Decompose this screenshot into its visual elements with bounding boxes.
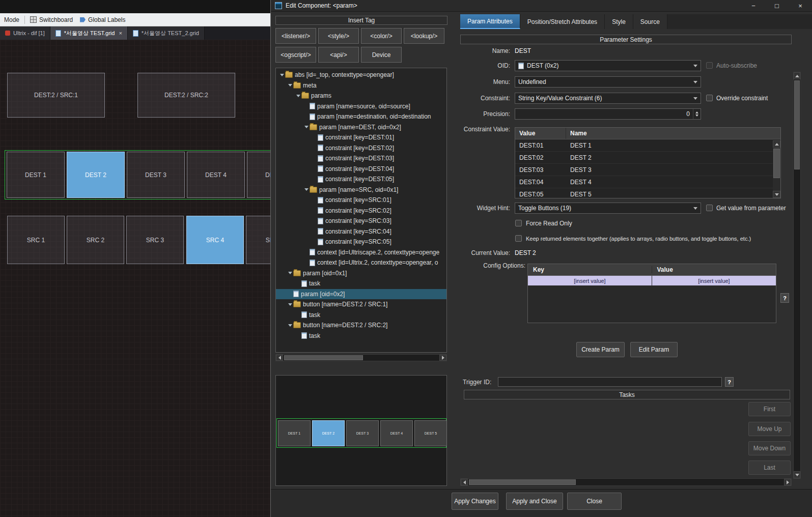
dialog-titlebar[interactable]: Edit Component: <param> − □ ×	[271, 0, 812, 12]
scroll-up-icon[interactable]	[794, 72, 800, 79]
tree-item[interactable]: constraint [key=SRC:02]	[276, 206, 446, 216]
grid-button-src[interactable]: SRC 2	[67, 216, 124, 264]
tree-hscrollbar[interactable]	[275, 354, 447, 361]
tree-item[interactable]: context [id=Ultrix.2, contexttype=openge…	[276, 257, 446, 268]
edit-param-button[interactable]: Edit Param	[630, 342, 678, 357]
override-constraint-checkbox[interactable]	[706, 95, 713, 101]
close-window-button[interactable]: ×	[789, 0, 812, 11]
maximize-button[interactable]: □	[765, 0, 789, 11]
tree-item[interactable]: task	[276, 278, 446, 289]
precision-stepper[interactable]: 0	[515, 108, 701, 120]
tree-item[interactable]: constraint [key=DEST:04]	[276, 164, 446, 175]
force-read-only-checkbox[interactable]	[515, 220, 522, 226]
tree-item[interactable]: param [oid=0x1]	[276, 268, 446, 279]
grid-button-src[interactable]: SRC 1	[7, 216, 65, 264]
scroll-down-icon[interactable]	[794, 471, 800, 478]
param-vscrollbar[interactable]	[793, 72, 801, 479]
tag-ogscript-button[interactable]: <ogscript/>	[275, 47, 316, 63]
global-labels-button[interactable]: Global Labels	[88, 16, 125, 23]
move-up-button[interactable]: Move Up	[748, 422, 791, 436]
menu-dropdown[interactable]: Undefined	[515, 76, 701, 88]
grid-button-macro[interactable]: DEST:2 / SRC:2	[137, 73, 235, 118]
tab-seoul-test2-grid[interactable]: *서울영상 TEST_2.grid	[128, 26, 205, 40]
tree-item[interactable]: constraint [key=DEST:03]	[276, 153, 446, 164]
expander-icon[interactable]	[287, 84, 293, 87]
tree-item[interactable]: constraint [key=DEST:02]	[276, 143, 446, 154]
param-hscrollbar[interactable]	[460, 478, 792, 486]
scroll-thumb[interactable]	[469, 479, 576, 485]
grid-button-dest[interactable]: DEST 3	[127, 152, 185, 198]
apply-and-close-button[interactable]: Apply and Close	[506, 493, 563, 510]
scroll-thumb[interactable]	[284, 355, 363, 360]
tree-item-selected[interactable]: param [oid=0x2]	[276, 289, 446, 300]
tag-listener-button[interactable]: <listener/>	[275, 28, 316, 44]
grid-button-dest[interactable]: DEST 5	[247, 152, 270, 198]
scroll-thumb[interactable]	[794, 80, 800, 169]
table-row[interactable]: DEST:02DEST 2	[515, 152, 780, 164]
scroll-right-icon[interactable]	[439, 355, 446, 361]
expander-icon[interactable]	[287, 303, 293, 306]
expander-icon[interactable]	[303, 188, 310, 191]
keep-together-checkbox[interactable]	[515, 235, 522, 242]
preview-button-selected[interactable]: DEST 2	[312, 420, 345, 446]
get-value-checkbox[interactable]	[706, 205, 713, 211]
table-row[interactable]: DEST:03DEST 3	[515, 164, 780, 176]
grid-button-src-selected[interactable]: SRC 4	[186, 216, 244, 264]
tree-item[interactable]: constraint [key=DEST:01]	[276, 132, 446, 143]
tree-item[interactable]: task	[276, 310, 446, 321]
close-button[interactable]: Close	[567, 493, 622, 510]
tree-item[interactable]: constraint [key=SRC:05]	[276, 237, 446, 247]
tree-item[interactable]: param [name=SRC, oid=0x1]	[276, 185, 446, 195]
table-vscrollbar[interactable]	[773, 140, 780, 198]
scroll-left-icon[interactable]	[461, 479, 468, 485]
tab-position-stretch[interactable]: Position/Stretch Attributes	[520, 14, 605, 29]
expander-icon[interactable]	[287, 272, 293, 274]
tree-item[interactable]: param [name=destination, oid=destination	[276, 111, 446, 122]
first-button[interactable]: First	[748, 402, 791, 416]
tree-item[interactable]: button [name=DEST:2 / SRC:1]	[276, 299, 446, 310]
preview-button[interactable]: DEST 3	[346, 420, 379, 446]
close-tab-icon[interactable]: ×	[119, 30, 122, 36]
tab-param-attributes[interactable]: Param Attributes	[460, 14, 520, 29]
constraint-dropdown[interactable]: String Key/Value Constraint (6)	[515, 93, 701, 104]
scroll-left-icon[interactable]	[276, 355, 283, 361]
move-down-button[interactable]: Move Down	[748, 441, 791, 455]
expander-icon[interactable]	[287, 324, 293, 327]
config-insert-row[interactable]: [insert value] [insert value]	[528, 276, 776, 285]
config-help-button[interactable]: ?	[780, 293, 789, 303]
scroll-down-icon[interactable]	[773, 191, 780, 198]
tree-item[interactable]: params	[276, 91, 446, 101]
create-param-button[interactable]: Create Param	[576, 342, 625, 357]
last-button[interactable]: Last	[748, 461, 791, 475]
scroll-thumb[interactable]	[773, 149, 780, 178]
stepper-arrows-icon[interactable]	[693, 109, 701, 119]
table-row[interactable]: DEST:01DEST 1	[515, 139, 780, 152]
tab-ultrix-dif[interactable]: Ultrix - dif [1]	[0, 26, 50, 40]
tag-color-button[interactable]: <color/>	[361, 28, 402, 44]
tab-seoul-test-grid[interactable]: *서울영상 TEST.grid ×	[50, 26, 128, 40]
apply-changes-button[interactable]: Apply Changes	[452, 493, 498, 510]
scroll-right-icon[interactable]	[784, 479, 791, 485]
tree-item[interactable]: constraint [key=DEST:05]	[276, 174, 446, 185]
tree-item[interactable]: constraint [key=SRC:01]	[276, 195, 446, 206]
expander-icon[interactable]	[295, 95, 301, 97]
expander-icon[interactable]	[303, 126, 310, 128]
tree-item[interactable]: param [name=source, oid=source]	[276, 101, 446, 112]
tab-style[interactable]: Style	[605, 14, 633, 29]
trigger-id-input[interactable]	[498, 377, 722, 387]
grid-button-src[interactable]: SRC 3	[126, 216, 184, 264]
grid-button-dest-selected[interactable]: DEST 2	[67, 152, 125, 198]
tree-item[interactable]: constraint [key=SRC:03]	[276, 216, 446, 226]
preview-button[interactable]: DEST 5	[414, 420, 447, 446]
preview-button[interactable]: DEST 4	[380, 420, 413, 446]
minimize-button[interactable]: −	[742, 0, 765, 11]
constraint-value-table[interactable]: Value Name DEST:01DEST 1 DEST:02DEST 2 D…	[515, 127, 781, 198]
tag-api-button[interactable]: <api/>	[318, 47, 359, 63]
tree-item[interactable]: button [name=DEST:2 / SRC:2]	[276, 320, 446, 331]
tree-item[interactable]: meta	[276, 80, 446, 91]
grid-button-dest[interactable]: DEST 1	[7, 152, 65, 198]
scroll-up-icon[interactable]	[773, 140, 780, 148]
tag-lookup-button[interactable]: <lookup/>	[404, 28, 444, 44]
grid-button-dest[interactable]: DEST 4	[187, 152, 245, 198]
preview-button[interactable]: DEST 1	[278, 420, 311, 446]
